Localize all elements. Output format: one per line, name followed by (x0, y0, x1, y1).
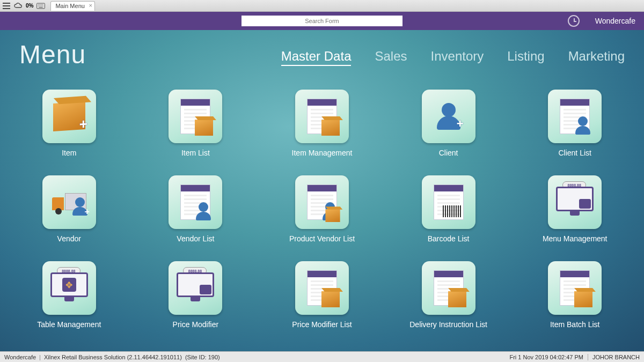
tab-marketing[interactable]: Marketing (568, 49, 625, 66)
tile-vendor-list[interactable]: Vendor List (157, 175, 235, 243)
tab-label: Main Menu (55, 3, 84, 9)
status-site: (Site ID: 190) (185, 354, 220, 360)
close-tab-icon[interactable]: × (89, 2, 92, 9)
cloud-icon[interactable] (14, 2, 23, 10)
tile-item[interactable]: Item (30, 90, 108, 157)
tab-sales[interactable]: Sales (375, 49, 407, 66)
tab-main-menu[interactable]: Main Menu × (50, 1, 94, 11)
status-location: JOHOR BRANCH (588, 354, 640, 360)
tile-menu-management[interactable]: 8888.88Menu Management (536, 175, 614, 243)
tile-label: Client (439, 149, 458, 157)
clock-icon[interactable] (568, 15, 580, 27)
doc-person-box-icon (295, 175, 349, 229)
doc-person-icon (169, 175, 222, 229)
tile-label: Barcode List (428, 234, 470, 243)
main-area: Menu Master DataSalesInventoryListingMar… (0, 30, 644, 351)
tile-label: Item Batch List (550, 320, 600, 329)
tile-product-vendor-list[interactable]: Product Vendor List (283, 175, 361, 243)
brand-label: Wondercafe (595, 17, 635, 25)
nav-tabs: Master DataSalesInventoryListingMarketin… (281, 49, 625, 66)
tile-label: Table Management (37, 320, 101, 329)
status-company: Wondercafe (4, 354, 36, 360)
monitor-util-icon: 8888.88 (548, 175, 602, 229)
tab-listing[interactable]: Listing (507, 49, 544, 66)
doc-barcode-icon (422, 175, 475, 229)
search-input[interactable] (241, 16, 402, 26)
window-frame-bar: 0% Main Menu × (0, 0, 644, 12)
keyboard-icon[interactable] (36, 2, 45, 10)
tile-item-list[interactable]: Item List (157, 90, 235, 157)
tile-client-list[interactable]: Client List (536, 90, 614, 157)
tile-item-management[interactable]: Item Management (283, 90, 361, 157)
tile-label: Menu Management (543, 234, 608, 243)
doc-box-icon (548, 261, 602, 315)
doc-box-icon (295, 261, 349, 315)
page-title: Menu (19, 40, 86, 69)
tile-client[interactable]: Client (409, 90, 488, 157)
tile-delivery-instruction-list[interactable]: Delivery Instruction List (409, 261, 488, 329)
doc-box-icon (295, 90, 349, 143)
sync-percent: 0% (26, 3, 33, 9)
monitor-util-icon: 8888.88 (169, 261, 222, 315)
tile-barcode-list[interactable]: Barcode List (409, 175, 488, 243)
tile-table-management[interactable]: 8888.88Table Management (30, 261, 108, 329)
tile-label: Client List (558, 149, 591, 157)
tab-inventory[interactable]: Inventory (431, 49, 484, 66)
tile-price-modifier[interactable]: 8888.88Price Modifier (157, 261, 235, 329)
tile-item-batch-list[interactable]: Item Batch List (536, 261, 614, 329)
doc-box-icon (169, 90, 222, 143)
status-datetime: Fri 1 Nov 2019 04:02:47 PM (509, 354, 583, 360)
hamburger-icon[interactable] (2, 2, 11, 10)
tile-label: Item List (181, 149, 210, 157)
truck-person-plus-icon (42, 175, 96, 229)
box-plus-icon (42, 90, 96, 143)
tile-label: Item (62, 149, 76, 157)
doc-box-icon (422, 261, 475, 315)
app-header: Wondercafe (0, 12, 644, 30)
status-app: Xilnex Retail Business Solution (2.11.46… (44, 354, 182, 360)
doc-person-icon (548, 90, 602, 143)
tile-label: Product Vendor List (289, 234, 355, 243)
tile-label: Item Management (292, 149, 353, 157)
tile-label: Delivery Instruction List (409, 320, 487, 329)
tab-master-data[interactable]: Master Data (281, 49, 352, 66)
tile-label: Vendor List (177, 234, 214, 243)
monitor-arrows-icon: 8888.88 (42, 261, 96, 315)
tile-grid: ItemItem ListItem ManagementClientClient… (19, 90, 625, 329)
tile-label: Vendor (57, 234, 81, 243)
tile-label: Price Modifier List (292, 320, 352, 329)
tile-vendor[interactable]: Vendor (30, 175, 108, 243)
tile-price-modifier-list[interactable]: Price Modifier List (283, 261, 361, 329)
person-plus-icon (422, 90, 475, 143)
status-bar: Wondercafe | Xilnex Retail Business Solu… (0, 351, 644, 362)
tile-label: Price Modifier (173, 320, 219, 329)
